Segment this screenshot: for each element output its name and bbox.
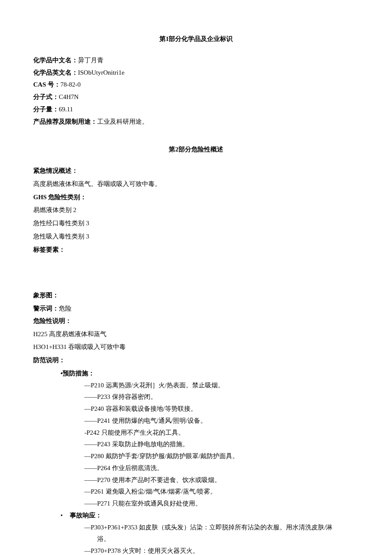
hazard-label: 危险性说明：: [33, 315, 359, 327]
prevention-item: P270 使用本产品时不要进食、饮水或吸烟。: [84, 474, 359, 486]
prevention-item: P264 作业后彻底清洗。: [84, 462, 359, 474]
row-cas: CAS 号：78-82-0: [33, 79, 359, 91]
section2-title: 第2部分危险性概述: [33, 144, 359, 156]
ghs-line-1: 急性经口毒性类别 3: [33, 218, 359, 230]
label-name-en: 化学品英文名：: [33, 69, 78, 76]
value-mw: 69.11: [59, 106, 73, 113]
response-list: P303+P361+P353 如皮肤（或头发）沾染：立即脱掉所有沾染的衣服。用水…: [33, 522, 359, 555]
prevention-item: P243 采取防止静电放电的措施。: [84, 439, 359, 450]
signal-label: 警示词：: [33, 305, 59, 312]
prevention-item: P241 使用防爆的电气/通风/照明/设备。: [84, 415, 359, 427]
row-name-cn: 化学品中文名：异丁月青: [33, 55, 359, 67]
label-formula: 分子式：: [33, 93, 59, 100]
emergency-text: 高度易燃液体和蒸气。吞咽或吸入可致中毒。: [33, 178, 359, 190]
label-elements: 标签要素：: [33, 244, 359, 256]
row-signal: 警示词：危险: [33, 303, 359, 315]
response-item-continuation: 浴。: [97, 533, 359, 545]
ghs-label: GHS 危险性类别：: [33, 192, 359, 203]
section1-title: 第1部分化学品及企业标识: [33, 33, 359, 45]
row-mw: 分子量：69.11: [33, 104, 359, 116]
hazard-line-0: H225 高度易燃液体和蒸气: [33, 328, 359, 340]
signal-value: 危险: [59, 305, 72, 312]
value-use: 工业及科研用途。: [97, 118, 148, 125]
value-name-cn: 异丁月青: [78, 57, 104, 64]
prevention-item: P242 只能使用不产生火花的工具。: [84, 427, 359, 439]
response-item: P303+P361+P353 如皮肤（或头发）沾染：立即脱掉所有沾染的衣服。用水…: [84, 522, 359, 534]
prevention-item: P271 只能在室外或通风良好处使用。: [84, 498, 359, 510]
value-name-en: ISObUtyrOnitri1e: [78, 69, 124, 76]
row-use: 产品推荐及限制用途：工业及科研用途。: [33, 116, 359, 128]
value-formula: C4H7N: [59, 93, 79, 100]
prevention-item: P240 容器和装载设备接地/等势联接。: [84, 403, 359, 415]
hazard-line-1: H3O1+H331 吞咽或吸入可致中毒: [33, 341, 359, 353]
prevention-item: P233 保持容器密闭。: [84, 391, 359, 403]
prevention-list: P210 远离热源/火花刑］火/热表面。禁止吸烟。P233 保持容器密闭。P24…: [33, 380, 359, 510]
label-mw: 分子量：: [33, 106, 59, 113]
label-use: 产品推荐及限制用途：: [33, 118, 97, 125]
emergency-label: 紧急情况概述：: [33, 165, 359, 177]
ghs-line-2: 急性吸入毒性类别 3: [33, 231, 359, 243]
response-head: 事故响应：: [61, 510, 359, 522]
response-item: P370+P378 火灾时：使用灭火器灭火。: [84, 545, 359, 555]
prevention-item: P210 远离热源/火花刑］火/热表面。禁止吸烟。: [84, 380, 359, 392]
prevention-head: •预防措施：: [61, 368, 359, 380]
row-name-en: 化学品英文名：ISObUtyrOnitri1e: [33, 67, 359, 79]
prevention-item: P261 避免吸入粉尘/烟/气体/烟雾/蒸气/喷雾。: [84, 486, 359, 498]
ghs-line-0: 易燃液体类别 2: [33, 204, 359, 216]
row-formula: 分子式：C4H7N: [33, 91, 359, 103]
pictogram-label: 象形图：: [33, 290, 359, 302]
prevention-item: P280 戴防护手套/穿防护服/戴防护眼罩/戴防护面具。: [84, 450, 359, 462]
label-name-cn: 化学品中文名：: [33, 57, 78, 64]
label-cas: CAS 号：: [33, 81, 61, 88]
value-cas: 78-82-0: [61, 81, 81, 88]
precaution-label: 防范说明：: [33, 355, 359, 366]
